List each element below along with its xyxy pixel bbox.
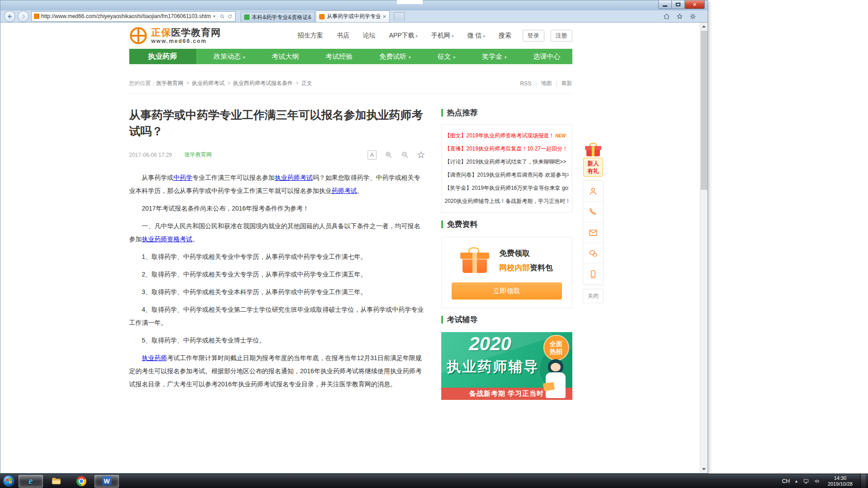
article-meta: 2017-06-06 17:29 医学教育网 A ☆ <box>129 150 425 160</box>
taskbar-button-word[interactable]: W <box>94 475 119 488</box>
close-button[interactable]: × <box>684 0 705 9</box>
header-nav-item[interactable]: 手机网▾ <box>431 32 454 40</box>
breadcrumb-link[interactable]: 执业西药师考试报名条件 <box>233 80 293 86</box>
utility-link[interactable]: 最新 <box>561 80 572 87</box>
newcomer-gift-widget[interactable]: 新人 有礼 <box>583 143 604 177</box>
utility-link[interactable]: RSS <box>520 80 532 87</box>
browser-tab[interactable]: 本科&药学专业&资格证&工作... <box>241 12 315 22</box>
banner-badge: 全面 热招 <box>543 335 569 361</box>
inline-link[interactable]: 执业药师资格考试 <box>142 235 193 243</box>
back-arrow-icon <box>7 14 13 19</box>
taskbar-clock[interactable]: 14:30 2019/10/28 <box>825 475 856 487</box>
inline-link[interactable]: 中药学 <box>174 174 193 181</box>
inline-link[interactable]: 药师考试 <box>332 187 357 194</box>
course-banner[interactable]: 2020 执业药师辅导 全面 热招 备战新考期 学习正当时 <box>441 332 572 400</box>
scroll-down-button[interactable] <box>700 465 708 473</box>
network-icon[interactable] <box>803 478 809 484</box>
home-icon[interactable] <box>663 13 670 20</box>
forward-button[interactable] <box>18 11 29 22</box>
show-desktop-button[interactable] <box>860 474 866 488</box>
back-button[interactable] <box>4 11 15 22</box>
breadcrumb-link[interactable]: 执业药师考试 <box>192 80 225 86</box>
header-nav-item[interactable]: 书店 <box>337 32 349 40</box>
start-button[interactable] <box>3 475 15 487</box>
main-nav-item[interactable]: 执业药师 <box>129 49 196 64</box>
browser-window: × http://www.med66.com/zhiyeyaoshikaoshi… <box>0 0 708 474</box>
breadcrumb-link[interactable]: 正文 <box>302 80 312 86</box>
hot-list-item[interactable]: 【奖学金】2019年执业药师16万奖学金等你来拿 go> <box>445 182 569 195</box>
header-nav-item[interactable]: 论坛 <box>363 32 376 40</box>
zoom-in-icon[interactable] <box>384 150 393 159</box>
favorites-star-icon[interactable] <box>676 13 684 20</box>
section-accent-bar <box>441 109 443 117</box>
new-tab-button[interactable] <box>394 12 405 21</box>
font-size-button[interactable]: A <box>368 150 377 160</box>
register-button[interactable]: 注册 <box>551 30 572 42</box>
main-nav-item[interactable]: 考试大纲 <box>263 49 308 64</box>
wechat-icon[interactable] <box>583 243 603 264</box>
article: 从事药学或中药学专业工作满三年可以报名参加执业药师考试吗？ 2017-06-06… <box>129 101 425 400</box>
site-logo[interactable]: 正保医学教育网 www.med66.com <box>129 27 221 45</box>
hidden-icons-arrow[interactable]: ▲ <box>794 479 798 483</box>
main-nav-item[interactable]: 免费试听▾ <box>370 49 420 64</box>
article-paragraph: 一、凡中华人民共和国公民和获准在我国境内就业的其他国籍的人员具备以下条件之一者，… <box>129 220 425 246</box>
mobile-icon[interactable] <box>583 264 603 285</box>
url-text[interactable]: http://www.med66.com/zhiyeyaoshikaoshi/t… <box>41 13 211 19</box>
header-nav-item[interactable]: 搜索 <box>499 32 511 40</box>
browser-action-icons <box>663 13 704 20</box>
header-nav-item[interactable]: 微 信▾ <box>467 32 485 40</box>
language-indicator[interactable]: CH <box>782 478 790 484</box>
hot-list-item[interactable]: 2020执业药师辅导上线！备战新考期，学习正当时！ <box>445 195 569 208</box>
zoom-out-icon[interactable] <box>401 150 409 159</box>
refresh-icon[interactable] <box>227 14 233 19</box>
maximize-button[interactable] <box>671 0 685 9</box>
taskbar-button-ie[interactable]: e <box>19 475 43 488</box>
main-nav-item[interactable]: 考试经验 <box>316 49 362 64</box>
hot-list-item[interactable]: 【调查问卷】2019执业药师考后调查问卷 欢迎参与>> <box>445 169 569 182</box>
claim-now-button[interactable]: 立即领取 <box>452 282 562 300</box>
mail-icon[interactable] <box>583 222 603 243</box>
inline-link[interactable]: 执业药师 <box>142 354 167 361</box>
main-nav-item[interactable]: 奖学金▾ <box>473 49 516 64</box>
bookmark-star-icon[interactable]: ☆ <box>417 150 425 160</box>
search-icon[interactable] <box>219 14 225 19</box>
hot-list-item[interactable]: 【讨论】2019执业药师考试结束了，快来聊聊吧>> <box>445 155 569 169</box>
tab-close-icon[interactable]: × <box>382 14 386 19</box>
close-rail-button[interactable]: 关闭 <box>583 289 604 303</box>
browser-tab[interactable]: 从事药学或中药学专业工作...× <box>316 10 390 22</box>
gear-icon[interactable] <box>689 13 697 20</box>
minimize-button[interactable] <box>658 0 672 9</box>
article-paragraph: 5、取得药学、中药学或相关专业博士学位。 <box>129 334 425 347</box>
taskbar-button-explorer[interactable] <box>44 475 68 488</box>
taskbar-button-chrome[interactable] <box>69 475 94 488</box>
brand-name-orange: 正保 <box>151 27 171 38</box>
utility-link[interactable]: 地图 <box>541 80 552 87</box>
main-nav-item[interactable]: 选课中心 <box>524 49 569 64</box>
free-material-text: 免费领取 网校内部资料包 <box>499 248 553 273</box>
main-nav-item[interactable]: 政策动态▾ <box>204 49 254 64</box>
main-nav-wrap: 执业药师政策动态▾考试大纲考试经验免费试听▾征文▾奖学金▾选课中心 <box>129 49 572 64</box>
address-dropdown-icon[interactable]: ▾ <box>213 14 215 19</box>
breadcrumb-link[interactable]: 医学教育网 <box>156 80 184 86</box>
chrome-icon <box>76 476 86 486</box>
address-bar[interactable]: http://www.med66.com/zhiyeyaoshikaoshi/t… <box>31 11 236 22</box>
site-domain: www.med66.com <box>151 38 221 44</box>
header-nav-item[interactable]: APP下载▾ <box>389 32 418 40</box>
header-nav-item[interactable]: 招生方案 <box>298 32 323 40</box>
article-source[interactable]: 医学教育网 <box>184 151 212 159</box>
login-button[interactable]: 登录 <box>523 30 544 42</box>
inline-link[interactable]: 执业药师考试 <box>275 174 313 181</box>
scrollbar-thumb[interactable] <box>701 31 708 190</box>
main-nav-item[interactable]: 征文▾ <box>428 49 464 64</box>
vertical-scrollbar[interactable] <box>700 23 708 473</box>
hot-list-item[interactable]: 【图文】2019年执业药师资格考试现场报道！NEW <box>445 129 569 142</box>
scroll-up-button[interactable] <box>700 23 708 30</box>
chevron-down-icon: ▾ <box>409 55 411 60</box>
newcomer-gift-label[interactable]: 新人 有礼 <box>583 158 603 177</box>
volume-icon[interactable] <box>814 478 820 484</box>
breadcrumb-separator: > <box>296 80 299 86</box>
phone-icon[interactable] <box>583 202 603 222</box>
customer-service-icon[interactable] <box>583 181 603 202</box>
hot-list-item[interactable]: 【直播】2019执业药师考后复盘！10.27一起回分！ <box>445 142 569 155</box>
window-titlebar[interactable] <box>0 0 708 10</box>
